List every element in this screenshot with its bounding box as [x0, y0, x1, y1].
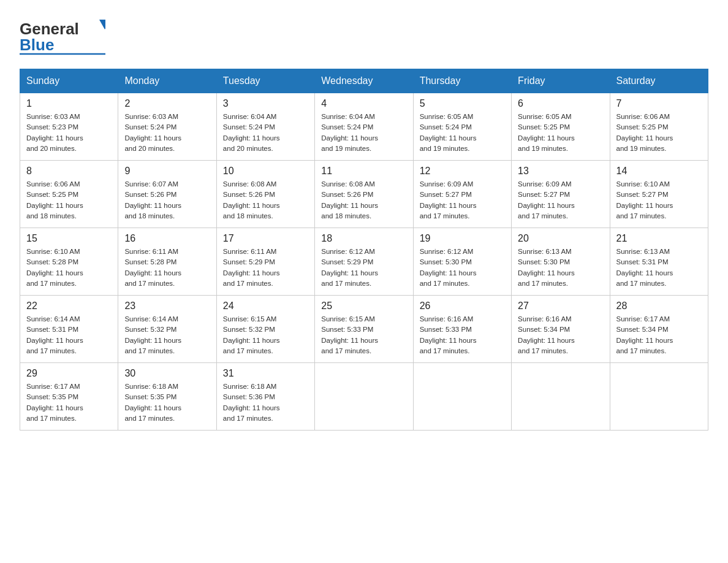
day-cell-2: 2Sunrise: 6:03 AMSunset: 5:24 PMDaylight…: [118, 93, 216, 161]
day-number: 2: [124, 98, 210, 109]
day-cell-20: 20Sunrise: 6:13 AMSunset: 5:30 PMDayligh…: [512, 228, 610, 296]
day-info: Sunrise: 6:17 AMSunset: 5:35 PMDaylight:…: [26, 381, 112, 424]
day-number: 29: [26, 368, 112, 379]
day-cell-21: 21Sunrise: 6:13 AMSunset: 5:31 PMDayligh…: [610, 228, 708, 296]
day-info: Sunrise: 6:09 AMSunset: 5:27 PMDaylight:…: [518, 179, 603, 221]
calendar-table: SundayMondayTuesdayWednesdayThursdayFrid…: [20, 69, 708, 431]
day-number: 6: [518, 98, 603, 109]
day-info: Sunrise: 6:04 AMSunset: 5:24 PMDaylight:…: [321, 112, 406, 154]
day-number: 4: [321, 98, 406, 109]
day-number: 10: [223, 166, 308, 177]
day-info: Sunrise: 6:15 AMSunset: 5:33 PMDaylight:…: [321, 314, 406, 356]
day-cell-27: 27Sunrise: 6:16 AMSunset: 5:34 PMDayligh…: [512, 296, 610, 363]
day-cell-9: 9Sunrise: 6:07 AMSunset: 5:26 PMDaylight…: [118, 161, 216, 228]
day-number: 21: [616, 233, 702, 244]
day-number: 1: [26, 98, 112, 109]
day-number: 5: [420, 98, 505, 109]
empty-cell: [512, 363, 610, 431]
weekday-header-row: SundayMondayTuesdayWednesdayThursdayFrid…: [20, 69, 708, 93]
day-info: Sunrise: 6:12 AMSunset: 5:29 PMDaylight:…: [321, 247, 406, 289]
day-cell-31: 31Sunrise: 6:18 AMSunset: 5:36 PMDayligh…: [216, 363, 314, 431]
day-number: 26: [420, 301, 505, 312]
day-cell-28: 28Sunrise: 6:17 AMSunset: 5:34 PMDayligh…: [610, 296, 708, 363]
day-info: Sunrise: 6:16 AMSunset: 5:33 PMDaylight:…: [420, 314, 505, 356]
day-number: 28: [616, 301, 702, 312]
day-number: 7: [616, 98, 702, 109]
day-cell-3: 3Sunrise: 6:04 AMSunset: 5:24 PMDaylight…: [216, 93, 314, 161]
day-info: Sunrise: 6:06 AMSunset: 5:25 PMDaylight:…: [26, 179, 112, 221]
day-cell-12: 12Sunrise: 6:09 AMSunset: 5:27 PMDayligh…: [413, 161, 511, 228]
week-row-5: 29Sunrise: 6:17 AMSunset: 5:35 PMDayligh…: [20, 363, 708, 431]
day-cell-5: 5Sunrise: 6:05 AMSunset: 5:24 PMDaylight…: [413, 93, 511, 161]
day-number: 22: [26, 301, 112, 312]
day-number: 3: [223, 98, 308, 109]
weekday-header-wednesday: Wednesday: [315, 69, 413, 93]
day-info: Sunrise: 6:11 AMSunset: 5:28 PMDaylight:…: [124, 247, 210, 289]
weekday-header-monday: Monday: [118, 69, 216, 93]
day-number: 24: [223, 301, 308, 312]
day-info: Sunrise: 6:18 AMSunset: 5:36 PMDaylight:…: [223, 381, 308, 424]
day-info: Sunrise: 6:07 AMSunset: 5:26 PMDaylight:…: [124, 179, 210, 221]
day-number: 19: [420, 233, 505, 244]
day-number: 25: [321, 301, 406, 312]
logo-svg: General Blue: [20, 15, 105, 56]
day-number: 20: [518, 233, 603, 244]
day-info: Sunrise: 6:15 AMSunset: 5:32 PMDaylight:…: [223, 314, 308, 356]
day-info: Sunrise: 6:03 AMSunset: 5:24 PMDaylight:…: [124, 112, 210, 154]
week-row-2: 8Sunrise: 6:06 AMSunset: 5:25 PMDaylight…: [20, 161, 708, 228]
day-number: 17: [223, 233, 308, 244]
day-info: Sunrise: 6:18 AMSunset: 5:35 PMDaylight:…: [124, 381, 210, 424]
day-cell-19: 19Sunrise: 6:12 AMSunset: 5:30 PMDayligh…: [413, 228, 511, 296]
day-cell-14: 14Sunrise: 6:10 AMSunset: 5:27 PMDayligh…: [610, 161, 708, 228]
week-row-1: 1Sunrise: 6:03 AMSunset: 5:23 PMDaylight…: [20, 93, 708, 161]
day-cell-15: 15Sunrise: 6:10 AMSunset: 5:28 PMDayligh…: [20, 228, 118, 296]
day-info: Sunrise: 6:12 AMSunset: 5:30 PMDaylight:…: [420, 247, 505, 289]
page-header: General Blue: [20, 15, 708, 56]
day-info: Sunrise: 6:10 AMSunset: 5:27 PMDaylight:…: [616, 179, 702, 221]
day-cell-24: 24Sunrise: 6:15 AMSunset: 5:32 PMDayligh…: [216, 296, 314, 363]
empty-cell: [315, 363, 413, 431]
day-cell-6: 6Sunrise: 6:05 AMSunset: 5:25 PMDaylight…: [512, 93, 610, 161]
day-number: 13: [518, 166, 603, 177]
day-info: Sunrise: 6:13 AMSunset: 5:31 PMDaylight:…: [616, 247, 702, 289]
day-info: Sunrise: 6:13 AMSunset: 5:30 PMDaylight:…: [518, 247, 603, 289]
day-info: Sunrise: 6:08 AMSunset: 5:26 PMDaylight:…: [321, 179, 406, 221]
day-info: Sunrise: 6:14 AMSunset: 5:32 PMDaylight:…: [124, 314, 210, 356]
day-cell-26: 26Sunrise: 6:16 AMSunset: 5:33 PMDayligh…: [413, 296, 511, 363]
day-cell-23: 23Sunrise: 6:14 AMSunset: 5:32 PMDayligh…: [118, 296, 216, 363]
day-cell-16: 16Sunrise: 6:11 AMSunset: 5:28 PMDayligh…: [118, 228, 216, 296]
day-number: 18: [321, 233, 406, 244]
day-number: 16: [124, 233, 210, 244]
day-number: 30: [124, 368, 210, 379]
day-info: Sunrise: 6:05 AMSunset: 5:24 PMDaylight:…: [420, 112, 505, 154]
day-cell-8: 8Sunrise: 6:06 AMSunset: 5:25 PMDaylight…: [20, 161, 118, 228]
day-cell-18: 18Sunrise: 6:12 AMSunset: 5:29 PMDayligh…: [315, 228, 413, 296]
weekday-header-friday: Friday: [512, 69, 610, 93]
day-info: Sunrise: 6:08 AMSunset: 5:26 PMDaylight:…: [223, 179, 308, 221]
day-cell-17: 17Sunrise: 6:11 AMSunset: 5:29 PMDayligh…: [216, 228, 314, 296]
empty-cell: [610, 363, 708, 431]
day-number: 11: [321, 166, 406, 177]
day-info: Sunrise: 6:14 AMSunset: 5:31 PMDaylight:…: [26, 314, 112, 356]
day-info: Sunrise: 6:10 AMSunset: 5:28 PMDaylight:…: [26, 247, 112, 289]
weekday-header-saturday: Saturday: [610, 69, 708, 93]
day-number: 23: [124, 301, 210, 312]
day-info: Sunrise: 6:03 AMSunset: 5:23 PMDaylight:…: [26, 112, 112, 154]
empty-cell: [413, 363, 511, 431]
day-info: Sunrise: 6:16 AMSunset: 5:34 PMDaylight:…: [518, 314, 603, 356]
day-cell-30: 30Sunrise: 6:18 AMSunset: 5:35 PMDayligh…: [118, 363, 216, 431]
day-info: Sunrise: 6:05 AMSunset: 5:25 PMDaylight:…: [518, 112, 603, 154]
day-cell-13: 13Sunrise: 6:09 AMSunset: 5:27 PMDayligh…: [512, 161, 610, 228]
day-cell-25: 25Sunrise: 6:15 AMSunset: 5:33 PMDayligh…: [315, 296, 413, 363]
week-row-3: 15Sunrise: 6:10 AMSunset: 5:28 PMDayligh…: [20, 228, 708, 296]
week-row-4: 22Sunrise: 6:14 AMSunset: 5:31 PMDayligh…: [20, 296, 708, 363]
day-info: Sunrise: 6:09 AMSunset: 5:27 PMDaylight:…: [420, 179, 505, 221]
day-info: Sunrise: 6:17 AMSunset: 5:34 PMDaylight:…: [616, 314, 702, 356]
day-number: 12: [420, 166, 505, 177]
day-info: Sunrise: 6:11 AMSunset: 5:29 PMDaylight:…: [223, 247, 308, 289]
day-cell-7: 7Sunrise: 6:06 AMSunset: 5:25 PMDaylight…: [610, 93, 708, 161]
day-cell-4: 4Sunrise: 6:04 AMSunset: 5:24 PMDaylight…: [315, 93, 413, 161]
svg-marker-1: [99, 20, 105, 29]
weekday-header-tuesday: Tuesday: [216, 69, 314, 93]
day-cell-1: 1Sunrise: 6:03 AMSunset: 5:23 PMDaylight…: [20, 93, 118, 161]
